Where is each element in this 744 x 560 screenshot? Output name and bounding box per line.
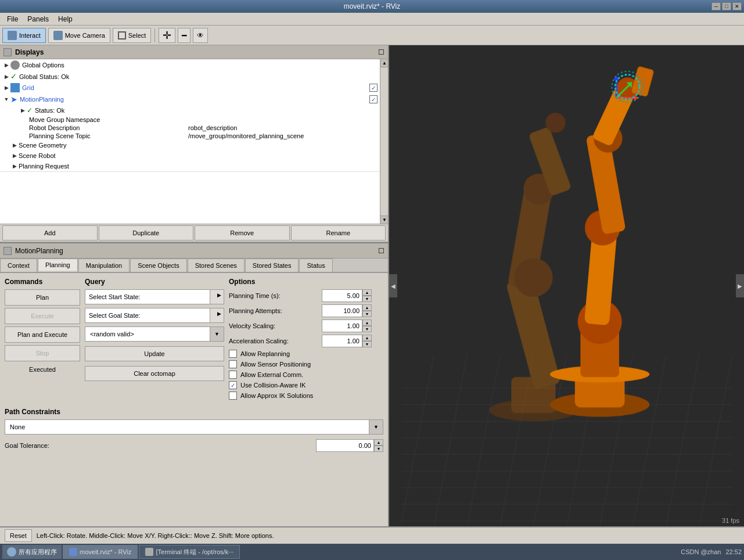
- random-valid-dropdown[interactable]: <random valid> ▼: [85, 326, 224, 342]
- motion-checkbox[interactable]: ✓: [369, 95, 378, 103]
- tree-item-motion-planning[interactable]: ▼ ➤ MotionPlanning ✓: [0, 94, 380, 105]
- update-button[interactable]: Update: [85, 346, 224, 361]
- allow-approx-checkbox[interactable]: [229, 392, 237, 400]
- taskbar-terminal[interactable]: [Terminal 终端 - /opt/ros/k···: [139, 545, 240, 559]
- minus-btn[interactable]: ━: [178, 28, 191, 43]
- main-area: Displays ☐ ▶ Global Options ▶ ✓: [0, 45, 744, 526]
- use-collision-checkbox[interactable]: ✓: [229, 381, 237, 389]
- execute-button[interactable]: Execute: [5, 308, 80, 324]
- plan-execute-button[interactable]: Plan and Execute: [5, 326, 80, 343]
- plan-button[interactable]: Plan: [5, 289, 80, 306]
- win-minimize-btn[interactable]: ─: [711, 2, 721, 10]
- displays-buttons: Add Duplicate Remove Rename: [0, 224, 388, 242]
- remove-button[interactable]: Remove: [195, 225, 290, 240]
- win-maximize-btn[interactable]: □: [722, 2, 731, 10]
- add-button[interactable]: Add: [2, 225, 98, 240]
- taskbar-start[interactable]: 所有应用程序: [2, 545, 62, 559]
- accel-scaling-input[interactable]: [322, 335, 362, 347]
- tree-item-scene-robot[interactable]: ▶ Scene Robot: [0, 150, 380, 161]
- tab-stored-scenes[interactable]: Stored Scenes: [188, 259, 245, 272]
- accel-scaling-spinbox: ▲ ▼: [322, 335, 372, 347]
- select-button[interactable]: Select: [113, 28, 152, 43]
- win-close-btn[interactable]: ✕: [732, 2, 742, 10]
- tree-item-status[interactable]: ▶ ✓ Status: Ok: [0, 105, 380, 116]
- path-constraints-section: Path Constraints None ▼ Goal Tolerance: …: [5, 408, 383, 452]
- motion-panel-close-icon[interactable]: ☐: [378, 247, 384, 255]
- scroll-up-btn[interactable]: ▲: [380, 59, 388, 67]
- viewport-collapse-left[interactable]: ◀: [389, 274, 397, 297]
- goal-state-arrow[interactable]: ▶: [210, 308, 224, 322]
- cross-btn[interactable]: ✛: [159, 28, 175, 43]
- path-constraints-label: Path Constraints: [5, 408, 383, 416]
- tree-item-grid[interactable]: ▶ Grid ✓: [0, 82, 380, 94]
- tolerance-up[interactable]: ▲: [374, 439, 383, 446]
- planning-attempts-up[interactable]: ▲: [362, 304, 372, 311]
- start-state-arrow[interactable]: ▶: [210, 290, 224, 304]
- allow-approx-label: Allow Approx IK Solutions: [240, 392, 313, 399]
- displays-close-icon[interactable]: ☐: [378, 48, 384, 56]
- query-label: Query: [85, 278, 224, 286]
- tree-item-global-status[interactable]: ▶ ✓ Global Status: Ok: [0, 71, 380, 82]
- tolerance-down[interactable]: ▼: [374, 446, 383, 452]
- path-constraints-dropdown[interactable]: None ▼: [5, 419, 383, 435]
- planning-attempts-spinbox: ▲ ▼: [322, 304, 372, 317]
- planning-time-input[interactable]: [322, 289, 362, 302]
- interact-button[interactable]: Interact: [2, 28, 46, 43]
- planning-attempts-down[interactable]: ▼: [362, 311, 372, 317]
- window-title: moveit.rviz* - RViz: [344, 2, 401, 10]
- gear-icon: [10, 60, 20, 70]
- allow-approx-row: Allow Approx IK Solutions: [229, 392, 383, 400]
- allow-sensor-label: Allow Sensor Positioning: [240, 361, 311, 368]
- taskbar-rviz[interactable]: moveit.rviz* - RViz: [63, 545, 138, 559]
- grid-icon: [10, 83, 20, 92]
- tree-item-scene-geometry[interactable]: ▶ Scene Geometry: [0, 140, 380, 150]
- stop-button[interactable]: Stop: [5, 345, 80, 361]
- clear-octomap-button[interactable]: Clear octomap: [85, 366, 224, 381]
- status-hint-text: Left-Click: Rotate. Middle-Click: Move X…: [37, 532, 739, 539]
- velocity-down[interactable]: ▼: [362, 326, 372, 332]
- allow-replanning-checkbox[interactable]: [229, 350, 237, 358]
- planning-time-down[interactable]: ▼: [362, 296, 372, 302]
- tolerance-input[interactable]: [316, 439, 374, 452]
- accel-down[interactable]: ▼: [362, 341, 372, 347]
- velocity-scaling-spinbox: ▲ ▼: [322, 320, 372, 332]
- tab-scene-objects[interactable]: Scene Objects: [130, 259, 187, 272]
- allow-external-checkbox[interactable]: [229, 371, 237, 379]
- duplicate-button[interactable]: Duplicate: [99, 225, 194, 240]
- reset-button[interactable]: Reset: [5, 529, 32, 542]
- velocity-scaling-input[interactable]: [322, 320, 362, 332]
- viewport-expand-right[interactable]: ▶: [736, 274, 744, 297]
- allow-sensor-checkbox[interactable]: [229, 360, 237, 368]
- move-camera-button[interactable]: Move Camera: [48, 28, 110, 43]
- scroll-down-btn[interactable]: ▼: [380, 216, 388, 224]
- chevron-down-path-icon: ▼: [373, 424, 379, 430]
- tree-item-global-options[interactable]: ▶ Global Options: [0, 59, 380, 71]
- toolbar: Interact Move Camera Select ✛ ━ 👁: [0, 26, 744, 45]
- tree-item-move-group: Move Group Namespace: [0, 116, 380, 124]
- tree-arrow-scene-robot: ▶: [10, 152, 19, 160]
- eye-btn[interactable]: 👁: [193, 28, 208, 43]
- velocity-up[interactable]: ▲: [362, 320, 372, 326]
- dropdown-arrow: ▼: [210, 327, 224, 341]
- planning-attempts-input[interactable]: [322, 304, 362, 317]
- interact-icon: [8, 31, 17, 40]
- tree-arrow: ▶: [2, 84, 10, 92]
- planning-time-up[interactable]: ▲: [362, 289, 372, 296]
- accel-scaling-label: Acceleration Scaling:: [229, 338, 322, 344]
- tab-manipulation[interactable]: Manipulation: [78, 259, 130, 272]
- menu-panels[interactable]: Panels: [23, 14, 53, 24]
- accel-up[interactable]: ▲: [362, 335, 372, 341]
- viewport[interactable]: ◀ ▶ 31 fps: [389, 45, 744, 526]
- viewport-svg: [389, 45, 744, 526]
- tab-stored-states[interactable]: Stored States: [245, 259, 299, 272]
- menu-help[interactable]: Help: [53, 14, 77, 24]
- menu-file[interactable]: File: [2, 14, 23, 24]
- grid-checkbox[interactable]: ✓: [369, 84, 378, 92]
- tab-context[interactable]: Context: [0, 259, 37, 272]
- tree-item-planning-request[interactable]: ▶ Planning Request: [0, 161, 380, 171]
- tab-planning[interactable]: Planning: [38, 259, 78, 272]
- statusbar: Reset Left-Click: Rotate. Middle-Click: …: [0, 526, 744, 544]
- start-state-label: Select Start State:: [89, 293, 141, 300]
- tab-status[interactable]: Status: [299, 259, 332, 272]
- rename-button[interactable]: Rename: [291, 225, 386, 240]
